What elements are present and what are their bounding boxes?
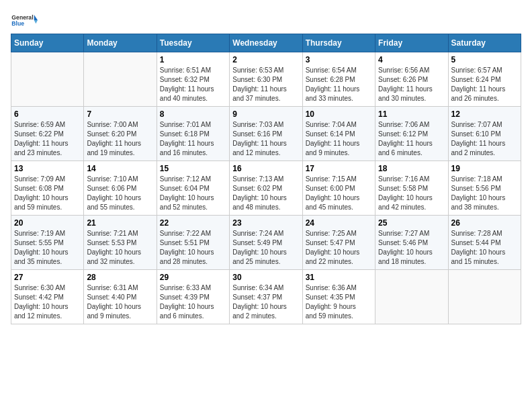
calendar-cell: 21Sunrise: 7:21 AM Sunset: 5:53 PM Dayli…: [84, 216, 157, 270]
day-info: Sunrise: 7:22 AM Sunset: 5:51 PM Dayligh…: [160, 229, 226, 267]
calendar-cell: 15Sunrise: 7:12 AM Sunset: 6:04 PM Dayli…: [157, 161, 229, 216]
day-number: 11: [378, 109, 445, 119]
day-number: 29: [160, 273, 226, 282]
day-info: Sunrise: 7:25 AM Sunset: 5:47 PM Dayligh…: [306, 229, 372, 267]
calendar-cell: 17Sunrise: 7:15 AM Sunset: 6:00 PM Dayli…: [302, 161, 375, 216]
day-info: Sunrise: 7:10 AM Sunset: 6:06 PM Dayligh…: [87, 175, 153, 212]
calendar-week-row: 27Sunrise: 6:30 AM Sunset: 4:42 PM Dayli…: [11, 270, 521, 324]
calendar-cell: 29Sunrise: 6:33 AM Sunset: 4:39 PM Dayli…: [157, 270, 229, 324]
day-number: 17: [306, 164, 372, 173]
day-number: 16: [232, 164, 299, 173]
day-info: Sunrise: 6:59 AM Sunset: 6:22 PM Dayligh…: [14, 120, 81, 158]
day-number: 3: [306, 55, 372, 64]
day-number: 24: [306, 218, 372, 228]
day-number: 13: [14, 164, 81, 173]
day-number: 23: [232, 218, 299, 228]
day-number: 20: [14, 218, 81, 228]
calendar-cell: 25Sunrise: 7:27 AM Sunset: 5:46 PM Dayli…: [375, 216, 448, 270]
calendar-cell: 18Sunrise: 7:16 AM Sunset: 5:58 PM Dayli…: [375, 161, 448, 216]
calendar-cell: 12Sunrise: 7:07 AM Sunset: 6:10 PM Dayli…: [448, 107, 521, 161]
calendar-cell: 4Sunrise: 6:56 AM Sunset: 6:26 PM Daylig…: [375, 52, 448, 107]
day-number: 9: [232, 109, 299, 119]
page-container: General Blue SundayMondayTuesdayWednesda…: [11, 11, 521, 324]
calendar-cell: 9Sunrise: 7:03 AM Sunset: 6:16 PM Daylig…: [230, 107, 302, 161]
day-number: 19: [451, 164, 518, 173]
calendar-cell: 13Sunrise: 7:09 AM Sunset: 6:08 PM Dayli…: [11, 161, 84, 216]
calendar-cell: [84, 52, 157, 107]
day-number: 7: [87, 109, 153, 119]
day-number: 26: [451, 218, 518, 228]
day-info: Sunrise: 7:13 AM Sunset: 6:02 PM Dayligh…: [232, 175, 299, 212]
calendar-cell: 28Sunrise: 6:31 AM Sunset: 4:40 PM Dayli…: [84, 270, 157, 324]
calendar-table: SundayMondayTuesdayWednesdayThursdayFrid…: [11, 34, 521, 324]
day-info: Sunrise: 7:03 AM Sunset: 6:16 PM Dayligh…: [232, 120, 299, 158]
svg-marker-3: [34, 20, 38, 24]
day-number: 25: [378, 218, 445, 228]
calendar-cell: 10Sunrise: 7:04 AM Sunset: 6:14 PM Dayli…: [302, 107, 375, 161]
svg-text:General: General: [11, 14, 33, 21]
calendar-cell: 11Sunrise: 7:06 AM Sunset: 6:12 PM Dayli…: [375, 107, 448, 161]
day-number: 6: [14, 109, 81, 119]
day-info: Sunrise: 7:00 AM Sunset: 6:20 PM Dayligh…: [87, 120, 153, 158]
calendar-cell: 5Sunrise: 6:57 AM Sunset: 6:24 PM Daylig…: [448, 52, 521, 107]
calendar-cell: 31Sunrise: 6:36 AM Sunset: 4:35 PM Dayli…: [302, 270, 375, 324]
calendar-cell: 16Sunrise: 7:13 AM Sunset: 6:02 PM Dayli…: [230, 161, 302, 216]
calendar-day-header: Friday: [375, 34, 448, 52]
svg-marker-2: [34, 15, 38, 20]
calendar-cell: 14Sunrise: 7:10 AM Sunset: 6:06 PM Dayli…: [84, 161, 157, 216]
day-info: Sunrise: 7:16 AM Sunset: 5:58 PM Dayligh…: [378, 175, 445, 212]
calendar-cell: 27Sunrise: 6:30 AM Sunset: 4:42 PM Dayli…: [11, 270, 84, 324]
calendar-cell: 19Sunrise: 7:18 AM Sunset: 5:56 PM Dayli…: [448, 161, 521, 216]
day-info: Sunrise: 6:56 AM Sunset: 6:26 PM Dayligh…: [378, 66, 445, 103]
day-info: Sunrise: 7:24 AM Sunset: 5:49 PM Dayligh…: [232, 229, 299, 267]
calendar-day-header: Tuesday: [157, 34, 229, 52]
calendar-week-row: 1Sunrise: 6:51 AM Sunset: 6:32 PM Daylig…: [11, 52, 521, 107]
day-number: 12: [451, 109, 518, 119]
day-info: Sunrise: 6:57 AM Sunset: 6:24 PM Dayligh…: [451, 66, 518, 103]
day-info: Sunrise: 6:30 AM Sunset: 4:42 PM Dayligh…: [14, 283, 81, 321]
general-blue-logo-icon: General Blue: [11, 11, 38, 30]
calendar-cell: 20Sunrise: 7:19 AM Sunset: 5:55 PM Dayli…: [11, 216, 84, 270]
day-info: Sunrise: 7:06 AM Sunset: 6:12 PM Dayligh…: [378, 120, 445, 158]
day-number: 22: [160, 218, 226, 228]
day-info: Sunrise: 7:19 AM Sunset: 5:55 PM Dayligh…: [14, 229, 81, 267]
calendar-cell: 26Sunrise: 7:28 AM Sunset: 5:44 PM Dayli…: [448, 216, 521, 270]
day-number: 4: [378, 55, 445, 64]
day-number: 2: [232, 55, 299, 64]
day-info: Sunrise: 6:33 AM Sunset: 4:39 PM Dayligh…: [160, 283, 226, 321]
calendar-day-header: Saturday: [448, 34, 521, 52]
day-info: Sunrise: 7:27 AM Sunset: 5:46 PM Dayligh…: [378, 229, 445, 267]
calendar-day-header: Sunday: [11, 34, 84, 52]
day-info: Sunrise: 6:34 AM Sunset: 4:37 PM Dayligh…: [232, 283, 299, 321]
calendar-week-row: 6Sunrise: 6:59 AM Sunset: 6:22 PM Daylig…: [11, 107, 521, 161]
calendar-week-row: 20Sunrise: 7:19 AM Sunset: 5:55 PM Dayli…: [11, 216, 521, 270]
day-number: 30: [232, 273, 299, 282]
calendar-day-header: Monday: [84, 34, 157, 52]
day-info: Sunrise: 6:36 AM Sunset: 4:35 PM Dayligh…: [306, 283, 372, 321]
day-info: Sunrise: 6:54 AM Sunset: 6:28 PM Dayligh…: [306, 66, 372, 103]
day-number: 15: [160, 164, 226, 173]
day-info: Sunrise: 7:07 AM Sunset: 6:10 PM Dayligh…: [451, 120, 518, 158]
day-info: Sunrise: 6:53 AM Sunset: 6:30 PM Dayligh…: [232, 66, 299, 103]
day-number: 1: [160, 55, 226, 64]
calendar-cell: 23Sunrise: 7:24 AM Sunset: 5:49 PM Dayli…: [230, 216, 302, 270]
day-number: 28: [87, 273, 153, 282]
calendar-week-row: 13Sunrise: 7:09 AM Sunset: 6:08 PM Dayli…: [11, 161, 521, 216]
day-number: 5: [451, 55, 518, 64]
day-number: 10: [306, 109, 372, 119]
calendar-day-header: Wednesday: [230, 34, 302, 52]
day-number: 18: [378, 164, 445, 173]
calendar-cell: 24Sunrise: 7:25 AM Sunset: 5:47 PM Dayli…: [302, 216, 375, 270]
day-info: Sunrise: 6:31 AM Sunset: 4:40 PM Dayligh…: [87, 283, 153, 321]
calendar-cell: 8Sunrise: 7:01 AM Sunset: 6:18 PM Daylig…: [157, 107, 229, 161]
calendar-cell: 3Sunrise: 6:54 AM Sunset: 6:28 PM Daylig…: [302, 52, 375, 107]
day-number: 27: [14, 273, 81, 282]
day-number: 14: [87, 164, 153, 173]
day-info: Sunrise: 7:12 AM Sunset: 6:04 PM Dayligh…: [160, 175, 226, 212]
day-info: Sunrise: 7:28 AM Sunset: 5:44 PM Dayligh…: [451, 229, 518, 267]
day-info: Sunrise: 7:09 AM Sunset: 6:08 PM Dayligh…: [14, 175, 81, 212]
calendar-cell: 6Sunrise: 6:59 AM Sunset: 6:22 PM Daylig…: [11, 107, 84, 161]
calendar-cell: 7Sunrise: 7:00 AM Sunset: 6:20 PM Daylig…: [84, 107, 157, 161]
calendar-day-header: Thursday: [302, 34, 375, 52]
header: General Blue: [11, 11, 521, 31]
